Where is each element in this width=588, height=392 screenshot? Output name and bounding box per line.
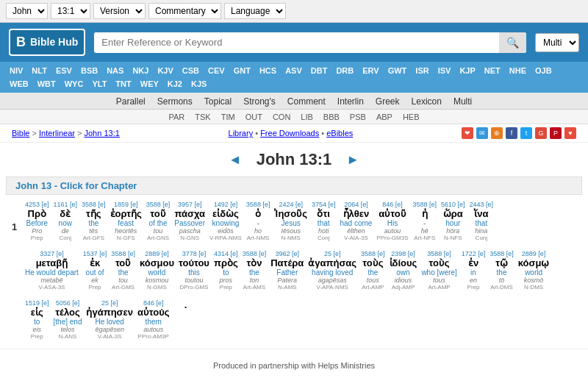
word-greek[interactable]: τοὺς <box>362 257 383 268</box>
word-greek[interactable]: δὲ <box>60 208 71 219</box>
word-strongs[interactable]: 3754 [e] <box>312 201 336 208</box>
sub-nav-tab-out[interactable]: OUT <box>245 113 262 121</box>
version-tab-asv[interactable]: ASV <box>282 65 306 76</box>
search-input[interactable] <box>94 32 499 52</box>
word-greek[interactable]: τοὺς <box>429 257 449 268</box>
word-strongs[interactable]: 1492 [e] <box>214 201 238 208</box>
word-strongs[interactable]: 3588 [e] <box>490 250 514 257</box>
word-greek[interactable]: ὁ <box>255 208 261 219</box>
word-strongs[interactable]: 3962 [e] <box>276 250 300 257</box>
nav-tab-greek[interactable]: Greek <box>376 96 400 107</box>
word-greek[interactable]: ἦλθεν <box>343 208 370 219</box>
word-strongs[interactable]: 3327 [e] <box>40 250 64 257</box>
word-greek[interactable]: κόσμῳ <box>518 257 550 268</box>
word-greek[interactable]: ἠγάπησεν <box>86 307 132 318</box>
word-strongs[interactable]: 3588 [e] <box>146 201 171 208</box>
word-strongs[interactable]: 5056 [e] <box>56 299 80 307</box>
chapter-select[interactable]: 13:1 <box>51 3 90 19</box>
version-tab-wyc[interactable]: WYC <box>61 78 87 90</box>
word-greek[interactable]: ἐν <box>468 257 478 268</box>
word-strongs[interactable]: 2443 [e] <box>470 201 494 208</box>
word-greek[interactable]: ἰδίους <box>390 257 417 268</box>
word-strongs[interactable]: 2424 [e] <box>279 201 303 208</box>
word-strongs[interactable]: 4314 [e] <box>214 250 238 257</box>
nav-tab-lexicon[interactable]: Lexicon <box>412 96 442 107</box>
nav-tab-multi[interactable]: Multi <box>453 96 472 107</box>
word-greek[interactable]: Ἰησοῦς <box>274 208 307 219</box>
word-greek[interactable]: τῆς <box>86 208 101 219</box>
version-tab-bsb[interactable]: BSB <box>77 65 101 76</box>
version-tab-esv[interactable]: ESV <box>52 65 76 76</box>
version-tab-gwt[interactable]: GWT <box>384 65 411 76</box>
word-greek[interactable]: πρὸς <box>214 257 238 268</box>
version-tab-erv[interactable]: ERV <box>359 65 382 76</box>
sub-nav-tab-lib[interactable]: LIB <box>301 113 313 121</box>
version-tab-nkj[interactable]: NKJ <box>129 65 152 76</box>
word-greek[interactable]: πάσχα <box>174 208 204 219</box>
version-tab-tnt[interactable]: TNT <box>112 78 135 90</box>
nav-tab-interlin[interactable]: Interlin <box>337 96 364 107</box>
word-greek[interactable]: αὐτούς <box>137 307 170 318</box>
social-icon-f[interactable]: f <box>506 127 517 139</box>
word-strongs[interactable]: 3778 [e] <box>182 250 207 257</box>
sub-nav-tab-psb[interactable]: PSB <box>350 113 366 121</box>
word-greek[interactable]: Πρὸ <box>28 208 46 219</box>
version-select[interactable]: Version <box>93 3 146 19</box>
word-greek[interactable]: τούτου <box>179 257 209 268</box>
social-icon-✉[interactable]: ✉ <box>476 127 488 139</box>
word-strongs[interactable]: 3588 [e] <box>246 201 270 208</box>
version-tab-drb[interactable]: DRB <box>332 65 357 76</box>
word-greek[interactable]: ἀγαπήσας <box>308 257 356 268</box>
word-greek[interactable]: ὅτι <box>317 208 329 219</box>
word-strongs[interactable]: 1519 [e] <box>25 299 49 307</box>
word-greek[interactable]: ἑορτῆς <box>110 208 142 219</box>
version-tab-kjs[interactable]: KJS <box>187 78 210 90</box>
version-tab-isr[interactable]: ISR <box>412 65 432 76</box>
nav-tab-strongs[interactable]: Strong's <box>243 96 276 107</box>
word-greek[interactable]: ὥρα <box>443 208 463 219</box>
word-greek[interactable]: ἡ <box>422 208 428 219</box>
version-tab-isv[interactable]: ISV <box>434 65 455 76</box>
breadcrumb-bible[interactable]: Bible <box>12 129 29 138</box>
version-tab-dbt[interactable]: DBT <box>307 65 331 76</box>
breadcrumb-ref[interactable]: John 13:1 <box>84 129 119 138</box>
word-greek[interactable]: ἐκ <box>90 257 100 268</box>
version-tab-nas[interactable]: NAS <box>103 65 127 76</box>
word-greek[interactable]: εἰς <box>31 307 43 318</box>
book-select[interactable]: John <box>6 3 48 19</box>
sub-nav-tab-heb[interactable]: HEB <box>403 113 420 121</box>
search-button[interactable]: 🔍 <box>499 32 526 53</box>
sub-nav-tab-tsk[interactable]: TSK <box>195 113 210 121</box>
sub-nav-tab-bbb[interactable]: BBB <box>323 113 340 121</box>
social-icon-♥[interactable]: ♥ <box>564 127 576 139</box>
nav-tab-topical[interactable]: Topical <box>204 96 232 107</box>
version-tab-kjv[interactable]: KJV <box>154 65 176 76</box>
word-strongs[interactable]: 25 [e] <box>101 299 118 307</box>
word-strongs[interactable]: 3588 [e] <box>243 250 267 257</box>
word-strongs[interactable]: 846 [e] <box>382 201 403 208</box>
nav-tab-comment[interactable]: Comment <box>287 96 326 107</box>
nav-tab-sermons[interactable]: Sermons <box>157 96 193 107</box>
version-tab-net[interactable]: NET <box>481 65 504 76</box>
sub-nav-tab-par[interactable]: PAR <box>168 113 184 121</box>
sub-nav-tab-con[interactable]: CON <box>273 113 290 121</box>
next-chapter-arrow[interactable]: ► <box>346 152 359 168</box>
sub-nav-tab-abp[interactable]: ABP <box>376 113 392 121</box>
word-strongs[interactable]: 4253 [e] <box>25 201 49 208</box>
word-strongs[interactable]: 3957 [e] <box>178 201 202 208</box>
word-strongs[interactable]: 2398 [e] <box>391 250 415 257</box>
social-icon-t[interactable]: t <box>520 127 532 139</box>
social-icon-⊕[interactable]: ⊕ <box>491 127 503 139</box>
sub-nav-tab-tim[interactable]: TIM <box>221 113 235 121</box>
version-tab-web[interactable]: WEB <box>6 78 32 90</box>
word-greek[interactable]: τέλος <box>55 307 79 318</box>
social-icon-g[interactable]: G <box>535 127 547 139</box>
word-strongs[interactable]: 3588 [e] <box>427 250 451 257</box>
version-tab-ylt[interactable]: YLT <box>88 78 110 90</box>
prev-chapter-arrow[interactable]: ◄ <box>229 152 242 168</box>
word-strongs[interactable]: 3588 [e] <box>111 250 135 257</box>
word-greek[interactable]: . <box>184 299 187 310</box>
version-tab-cev[interactable]: CEV <box>204 65 229 76</box>
version-tab-niv[interactable]: NIV <box>6 65 26 76</box>
section-link[interactable]: John 13 - Click for Chapter <box>15 180 137 191</box>
